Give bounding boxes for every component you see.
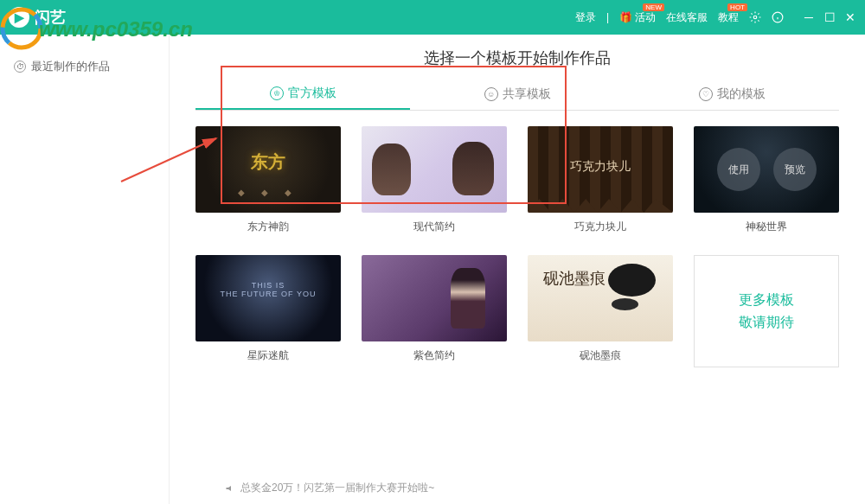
sidebar-item-recent[interactable]: ⏱ 最近制作的作品 xyxy=(0,52,169,81)
page-title: 选择一个模板开始制作作品 xyxy=(195,48,839,68)
bottom-notice: 总奖金20万！闪艺第一届制作大赛开始啦~ xyxy=(225,481,434,495)
template-card[interactable]: 东方神韵 xyxy=(195,126,341,241)
titlebar: ▶ 闪艺 登录 | 🎁 活动 NEW 在线客服 教程 HOT ─ ☐ ✕ xyxy=(0,0,865,35)
tab-label: 官方模板 xyxy=(288,86,336,101)
template-thumb xyxy=(362,255,507,341)
preview-button[interactable]: 预览 xyxy=(773,148,817,191)
template-card[interactable]: 砚池墨痕 xyxy=(528,255,673,370)
template-title: 现代简约 xyxy=(362,213,507,241)
template-thumb xyxy=(528,255,673,341)
template-card-hover[interactable]: 使用 预览 神秘世界 xyxy=(694,126,839,241)
template-grid: 东方神韵 现代简约 巧克力块儿 使用 预览 神秘世界 星际迷航 xyxy=(195,126,839,370)
template-title: 砚池墨痕 xyxy=(528,341,673,370)
clock-icon: ⏱ xyxy=(14,61,26,73)
template-card[interactable]: 紫色简约 xyxy=(362,255,507,370)
hot-badge: HOT xyxy=(727,3,747,11)
more-line1: 更多模板 xyxy=(739,289,794,311)
new-badge: NEW xyxy=(643,3,664,11)
maximize-button[interactable]: ☐ xyxy=(823,11,836,23)
help-button[interactable] xyxy=(772,11,784,23)
template-thumb xyxy=(528,126,673,213)
tab-shared[interactable]: ☺ 共享模板 xyxy=(410,79,625,110)
notice-text: 总奖金20万！闪艺第一届制作大赛开始啦~ xyxy=(240,481,434,495)
tab-official[interactable]: ♔ 官方模板 xyxy=(195,79,410,110)
tab-mine[interactable]: ♡ 我的模板 xyxy=(625,79,839,110)
template-title: 神秘世界 xyxy=(694,213,839,241)
use-button[interactable]: 使用 xyxy=(717,148,760,191)
share-icon: ☺ xyxy=(484,87,498,101)
window-controls: ─ ☐ ✕ xyxy=(803,11,856,23)
template-card[interactable]: 现代简约 xyxy=(362,126,507,241)
tab-label: 共享模板 xyxy=(503,86,551,102)
activity-link[interactable]: 🎁 活动 NEW xyxy=(619,10,656,25)
content-area: 选择一个模板开始制作作品 ♔ 官方模板 ☺ 共享模板 ♡ 我的模板 东方神韵 xyxy=(170,35,865,504)
template-card[interactable]: 星际迷航 xyxy=(195,255,341,370)
activity-label: 活动 xyxy=(635,10,656,25)
service-link[interactable]: 在线客服 xyxy=(666,10,708,25)
app-logo: ▶ 闪艺 xyxy=(9,7,66,28)
sidebar: ⏱ 最近制作的作品 xyxy=(0,35,170,504)
close-button[interactable]: ✕ xyxy=(844,11,856,23)
template-tabs: ♔ 官方模板 ☺ 共享模板 ♡ 我的模板 xyxy=(195,79,839,111)
megaphone-icon xyxy=(225,483,235,494)
tab-label: 我的模板 xyxy=(717,86,766,102)
template-thumb xyxy=(195,126,341,213)
svg-point-2 xyxy=(753,16,757,19)
template-title: 星际迷航 xyxy=(195,341,341,370)
crown-icon: ♔ xyxy=(270,86,284,100)
login-link[interactable]: 登录 xyxy=(575,10,596,25)
titlebar-actions: 登录 | 🎁 活动 NEW 在线客服 教程 HOT ─ ☐ ✕ xyxy=(575,10,856,25)
tutorial-link[interactable]: 教程 HOT xyxy=(718,10,739,25)
template-title: 东方神韵 xyxy=(195,213,341,241)
heart-icon: ♡ xyxy=(699,87,713,101)
template-card[interactable]: 巧克力块儿 xyxy=(528,126,673,241)
info-icon xyxy=(772,11,784,23)
more-line2: 敬请期待 xyxy=(739,311,794,334)
template-title: 紫色简约 xyxy=(362,341,507,370)
tutorial-label: 教程 xyxy=(718,10,739,25)
main-area: ⏱ 最近制作的作品 选择一个模板开始制作作品 ♔ 官方模板 ☺ 共享模板 ♡ 我… xyxy=(0,35,865,504)
template-thumb xyxy=(195,255,341,341)
template-thumb xyxy=(362,126,507,213)
more-templates-card: 更多模板 敬请期待 xyxy=(694,255,839,367)
app-name: 闪艺 xyxy=(35,7,66,28)
divider: | xyxy=(606,11,609,23)
template-title: 巧克力块儿 xyxy=(528,213,673,241)
gift-icon: 🎁 xyxy=(619,11,632,23)
settings-button[interactable] xyxy=(749,11,761,23)
logo-icon: ▶ xyxy=(9,7,29,28)
gear-icon xyxy=(749,11,761,23)
template-thumb: 使用 预览 xyxy=(694,126,839,213)
sidebar-item-label: 最近制作的作品 xyxy=(31,59,110,74)
minimize-button[interactable]: ─ xyxy=(803,11,815,23)
